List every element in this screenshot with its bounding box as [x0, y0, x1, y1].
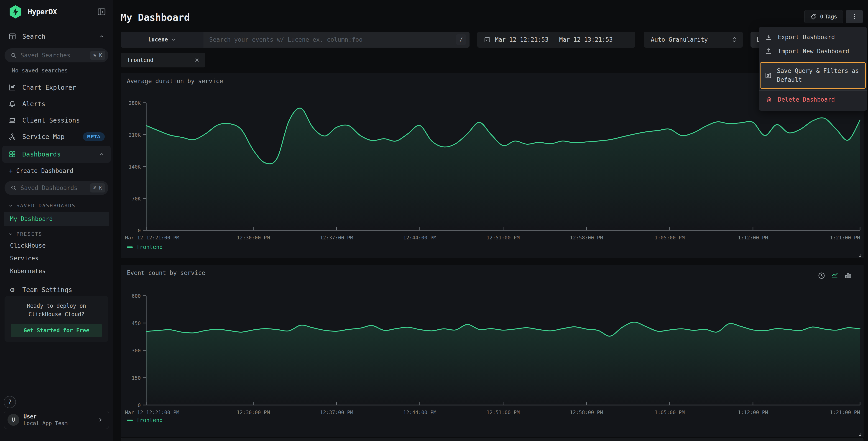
date-range-picker[interactable]: Mar 12 12:21:53 - Mar 12 13:21:53 [477, 32, 635, 48]
sidebar: HyperDX Search ⌘ K No saved searches [0, 0, 113, 441]
average-duration-chart[interactable]: 070K140K210K280KMar 12 12:21:00 PM12:30:… [125, 94, 862, 248]
event-count-chart[interactable]: 0150300450600Mar 12 12:21:00 PM12:30:00 … [125, 286, 862, 417]
slash-shortcut-badge: / [456, 34, 466, 45]
tag-icon [810, 13, 817, 20]
user-menu[interactable]: U User Local App Team [4, 411, 109, 429]
sidebar-item-search[interactable]: Search [0, 28, 113, 45]
trash-icon [765, 96, 773, 103]
chevron-down-icon [8, 232, 13, 237]
line-chart-view-icon[interactable] [831, 272, 839, 280]
bell-icon [8, 100, 17, 108]
svg-text:Mar 12 12:21:00 PM: Mar 12 12:21:00 PM [125, 410, 179, 415]
chart-title: Event count by service [127, 269, 205, 276]
svg-text:1:05:00 PM: 1:05:00 PM [655, 235, 685, 240]
svg-text:300: 300 [132, 348, 141, 354]
search-icon [10, 52, 17, 59]
menu-item-save-query-default[interactable]: Save Query & Filters as Default [760, 62, 866, 89]
laptop-icon [8, 116, 17, 124]
sidebar-item-client-sessions[interactable]: Client Sessions [0, 112, 113, 128]
panel-resize-handle[interactable] [858, 254, 861, 257]
svg-text:450: 450 [132, 321, 141, 326]
shortcut-badge: ⌘ K [90, 51, 105, 60]
legend-line-swatch [127, 419, 133, 421]
sidebar-collapse-icon[interactable] [97, 7, 106, 17]
svg-text:12:58:00 PM: 12:58:00 PM [570, 410, 603, 415]
menu-divider [759, 90, 867, 91]
beta-badge: BETA [83, 133, 105, 141]
svg-text:150: 150 [132, 375, 141, 381]
sidebar-item-chart-explorer[interactable]: Chart Explorer [0, 79, 113, 96]
chart-title: Average duration by service [127, 78, 223, 85]
create-dashboard-button[interactable]: + Create Dashboard [0, 163, 113, 179]
logo-row: HyperDX [0, 0, 113, 24]
avatar: U [7, 414, 19, 426]
sidebar-item-alerts[interactable]: Alerts [0, 96, 113, 112]
sidebar-item-label: Chart Explorer [22, 84, 76, 91]
event-search-input[interactable] [204, 36, 456, 43]
sidebar-item-service-map[interactable]: Service Map BETA [0, 128, 113, 145]
svg-text:1:12:00 PM: 1:12:00 PM [738, 410, 768, 415]
menu-item-delete-dashboard[interactable]: Delete Dashboard [759, 92, 867, 107]
search-section-icon [8, 33, 17, 40]
section-presets[interactable]: PRESETS [8, 231, 113, 237]
select-chevrons-icon [732, 36, 737, 43]
svg-text:140K: 140K [129, 164, 141, 170]
sidebar-item-preset-services[interactable]: Services [0, 252, 113, 265]
chart-panel-average-duration: Average duration by service 070K140K210K… [121, 73, 863, 258]
menu-item-import-dashboard[interactable]: Import New Dashboard [759, 44, 867, 58]
sidebar-item-my-dashboard[interactable]: My Dashboard [4, 212, 109, 226]
close-icon[interactable] [194, 57, 200, 63]
svg-text:1:05:00 PM: 1:05:00 PM [655, 410, 685, 415]
panel-resize-handle[interactable] [858, 433, 861, 436]
svg-text:600: 600 [132, 293, 141, 299]
chart-panel-event-count: Event count by service 0150300450600Mar … [121, 265, 863, 437]
sidebar-item-label: Search [22, 33, 45, 40]
user-name: User [24, 413, 68, 420]
menu-divider [759, 60, 867, 60]
svg-text:210K: 210K [129, 132, 141, 138]
sidebar-item-preset-clickhouse[interactable]: ClickHouse [0, 239, 113, 252]
page-title: My Dashboard [121, 12, 190, 23]
shortcut-badge: ⌘ K [90, 183, 105, 193]
svg-text:Mar 12 12:21:00 PM: Mar 12 12:21:00 PM [125, 235, 179, 240]
dashboard-options-button[interactable] [846, 10, 863, 23]
search-icon [10, 185, 17, 191]
sidebar-item-team-settings[interactable]: ⚙ Team Settings [0, 282, 113, 298]
chart-legend[interactable]: frontend [127, 417, 163, 423]
bar-chart-view-icon[interactable] [844, 272, 852, 280]
time-range-icon[interactable] [818, 272, 826, 280]
saved-dashboards-input[interactable]: ⌘ K [5, 181, 108, 195]
calendar-icon [484, 36, 491, 43]
svg-text:12:58:00 PM: 12:58:00 PM [570, 235, 603, 240]
svg-text:12:51:00 PM: 12:51:00 PM [487, 235, 520, 240]
kebab-menu-icon [851, 13, 858, 20]
menu-item-export-dashboard[interactable]: Export Dashboard [759, 30, 867, 44]
section-saved-dashboards[interactable]: SAVED DASHBOARDS [8, 203, 113, 208]
chevron-up-icon [99, 151, 105, 157]
saved-dashboards-field[interactable] [21, 184, 87, 192]
chart-explorer-icon [8, 84, 17, 91]
legend-label: frontend [136, 417, 163, 423]
help-button[interactable]: ? [4, 396, 16, 408]
svg-text:12:51:00 PM: 12:51:00 PM [487, 410, 520, 415]
query-language-select[interactable]: Lucene [121, 32, 204, 48]
chart-toolbar [818, 272, 852, 280]
legend-label: frontend [136, 244, 163, 251]
sidebar-item-label: Alerts [22, 100, 45, 108]
saved-searches-field[interactable] [21, 52, 87, 59]
filter-chip-frontend[interactable]: frontend [121, 53, 206, 67]
granularity-select[interactable]: Auto Granularity [644, 32, 743, 48]
saved-searches-input[interactable]: ⌘ K [5, 48, 108, 62]
svg-text:1:12:00 PM: 1:12:00 PM [738, 235, 768, 240]
save-icon [765, 72, 772, 79]
svg-text:70K: 70K [132, 196, 141, 202]
get-started-button[interactable]: Get Started for Free [11, 324, 102, 337]
chevron-down-icon [8, 203, 13, 208]
sidebar-item-dashboards[interactable]: Dashboards [2, 146, 111, 163]
hyperdx-logo-icon [8, 5, 23, 19]
svg-text:12:44:00 PM: 12:44:00 PM [403, 235, 436, 240]
sidebar-item-preset-kubernetes[interactable]: Kubernetes [0, 265, 113, 277]
upload-icon [765, 48, 773, 55]
tags-button[interactable]: 0 Tags [804, 10, 843, 23]
chart-legend[interactable]: frontend [127, 244, 163, 251]
